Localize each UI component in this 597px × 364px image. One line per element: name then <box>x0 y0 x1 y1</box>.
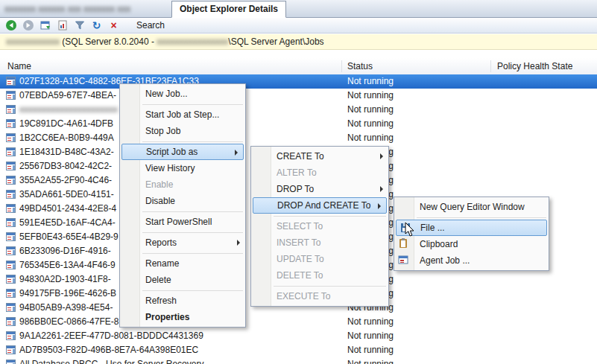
report-icon[interactable] <box>56 19 69 32</box>
menu-item-label: Disable <box>145 196 175 206</box>
job-name: 1E18431D-B48C-43A2- <box>19 145 114 159</box>
toolbar: ↻ × Search <box>0 18 597 33</box>
search-input[interactable]: Search <box>136 20 165 31</box>
menu-item-script-job-as[interactable]: Script Job as <box>121 144 244 160</box>
menu-item-label: EXECUTE To <box>277 291 330 301</box>
menu-item-insert-to[interactable]: INSERT To <box>251 234 388 251</box>
menu-item-label: Delete <box>145 275 171 285</box>
job-icon <box>6 133 16 142</box>
job-icon <box>6 317 16 326</box>
tab-object-explorer-details[interactable]: Object Explorer Details <box>171 1 286 18</box>
menu-item-new-query-editor-window[interactable]: New Query Editor Window <box>394 199 549 215</box>
sync-icon[interactable] <box>39 19 51 32</box>
job-name: 949175FB-196E-4626-B <box>19 287 116 301</box>
menu-item-drop-to[interactable]: DROP To <box>251 181 388 197</box>
job-status: Not running <box>347 117 394 131</box>
filter-icon[interactable] <box>73 19 86 32</box>
job-icon <box>6 190 16 199</box>
table-row[interactable]: 027F1328-A19C-4882-86EF-31BF23FA1C33Not … <box>0 74 597 89</box>
breadcrumb-login-redacted: xxxxxxxxxxxxxxxx <box>157 36 228 47</box>
menu-item-delete-to[interactable]: DELETE To <box>251 267 388 284</box>
column-header-name[interactable]: Name <box>7 61 31 71</box>
job-name: 6B233096-D16F-4916- <box>19 244 111 258</box>
job-name: 07EBDA59-67E7-4BEA- <box>19 89 116 103</box>
menu-item-label: Script Job as <box>146 147 198 157</box>
menu-item-rename[interactable]: Rename <box>120 255 245 272</box>
column-divider[interactable] <box>490 60 491 72</box>
table-row[interactable]: xxxxxxxxxxxxxxxxxxxxxxNot running <box>0 103 597 117</box>
menu-item-label: CREATE To <box>277 151 324 162</box>
job-name: 986BB0EC-0866-47FE-8 <box>19 315 119 329</box>
menu-item-label: UPDATE To <box>277 254 324 264</box>
menu-item-enable[interactable]: Enable <box>120 176 245 193</box>
menu-item-label: Agent Job ... <box>420 255 470 266</box>
menu-item-update-to[interactable]: UPDATE To <box>251 251 388 267</box>
menu-item-properties[interactable]: Properties <box>120 309 245 325</box>
menu-item-delete[interactable]: Delete <box>120 272 245 288</box>
menu-item-stop-job[interactable]: Stop Job <box>120 123 245 139</box>
job-name: 355A2A55-2F90-4C46- <box>19 173 112 188</box>
job-name: AD7B9503-F82D-496B-8E7A-64A398E01EC <box>19 343 198 357</box>
context-menu-job: New Job... Start Job at Step... Stop Job… <box>119 83 246 328</box>
job-status: Not running <box>347 329 394 343</box>
job-name: 5EFB0E43-65E4-4B29-9 <box>19 230 119 244</box>
table-row[interactable]: All Database DBCC - Use for Server Recov… <box>0 357 597 364</box>
job-icon <box>6 91 16 100</box>
column-header-status[interactable]: Status <box>347 61 373 71</box>
menu-item-alter-to[interactable]: ALTER To <box>251 165 388 181</box>
menu-item-drop-and-create-to[interactable]: DROP And CREATE To <box>253 197 387 214</box>
forward-icon[interactable] <box>22 19 34 32</box>
list-header: Name Status Policy Health State <box>0 58 597 75</box>
object-explorer-details-window: xxxxxxx xxxxxx xxx xxxxxxx xxx Object Ex… <box>0 0 597 364</box>
menu-item-label: View History <box>145 163 195 173</box>
job-status: Not running <box>347 89 394 103</box>
menu-item-file[interactable]: File ... <box>396 220 547 236</box>
menu-item-clipboard[interactable]: Clipboard <box>394 236 549 252</box>
job-status: Not running <box>347 74 394 89</box>
job-name: 9A1A2261-2EEF-477D-8081-BDDDC4431369 <box>19 329 203 343</box>
tab-redacted[interactable]: xxxxxxx xxxxxx xxx xxxxxxx xxx <box>4 3 130 15</box>
table-row[interactable]: AD7B9503-F82D-496B-8E7A-64A398E01ECNot r… <box>0 343 597 357</box>
menu-item-create-to[interactable]: CREATE To <box>251 148 388 165</box>
menu-item-start-powershell[interactable]: Start PowerShell <box>120 214 245 230</box>
job-status: Not running <box>347 357 394 364</box>
menu-item-label: Start Job at Step... <box>145 109 219 120</box>
job-icon <box>6 77 16 86</box>
job-icon <box>6 147 16 156</box>
breadcrumb-server-info: (SQL Server 8.0.2040 - <box>60 36 157 47</box>
job-icon <box>6 218 16 227</box>
job-name: 35ADA661-5DE0-4151- <box>19 188 114 202</box>
menu-item-label: File ... <box>420 223 445 233</box>
column-divider[interactable] <box>341 60 342 72</box>
menu-item-label: Start PowerShell <box>145 217 212 227</box>
menu-item-refresh[interactable]: Refresh <box>120 293 245 309</box>
menu-item-new-job[interactable]: New Job... <box>120 86 245 102</box>
job-status: Not running <box>347 103 394 117</box>
table-row[interactable]: 07EBDA59-67E7-4BEA-Not running <box>0 89 597 103</box>
stop-refresh-icon[interactable]: × <box>107 19 120 32</box>
table-row[interactable]: 19C891DC-4A61-4DFBNot running <box>0 117 597 131</box>
refresh-icon[interactable]: ↻ <box>90 19 103 32</box>
menu-item-label: INSERT To <box>277 237 320 248</box>
submenu-arrow-icon <box>237 240 240 246</box>
menu-item-reports[interactable]: Reports <box>120 234 245 251</box>
job-name: 25567DB3-8042-42C2- <box>19 159 112 173</box>
menu-item-disable[interactable]: Disable <box>120 193 245 209</box>
job-name-redacted: xxxxxxxxxxxxxxxxxxxxxx <box>19 103 118 117</box>
table-row[interactable]: 9A1A2261-2EEF-477D-8081-BDDDC4431369Not … <box>0 329 597 343</box>
menu-item-label: DROP And CREATE To <box>277 200 370 211</box>
menu-item-select-to[interactable]: SELECT To <box>251 218 388 234</box>
menu-item-agent-job[interactable]: Agent Job ... <box>394 252 549 269</box>
column-header-policy[interactable]: Policy Health State <box>497 61 572 71</box>
menu-item-execute-to[interactable]: EXECUTE To <box>251 288 388 304</box>
submenu-drop-and-create-to: New Query Editor Window File ... Clipboa… <box>394 197 549 271</box>
table-row[interactable]: 1B2CC6EA-B0B9-449ANot running <box>0 131 597 145</box>
job-icon <box>6 246 16 255</box>
table-row[interactable]: 986BB0EC-0866-47FE-8Not running <box>0 315 597 329</box>
menu-item-label: Refresh <box>145 296 177 306</box>
menu-item-start-job-at-step[interactable]: Start Job at Step... <box>120 106 245 123</box>
menu-item-label: Properties <box>145 312 189 322</box>
back-icon[interactable] <box>4 19 17 32</box>
menu-item-label: Enable <box>145 179 173 190</box>
menu-item-view-history[interactable]: View History <box>120 160 245 176</box>
